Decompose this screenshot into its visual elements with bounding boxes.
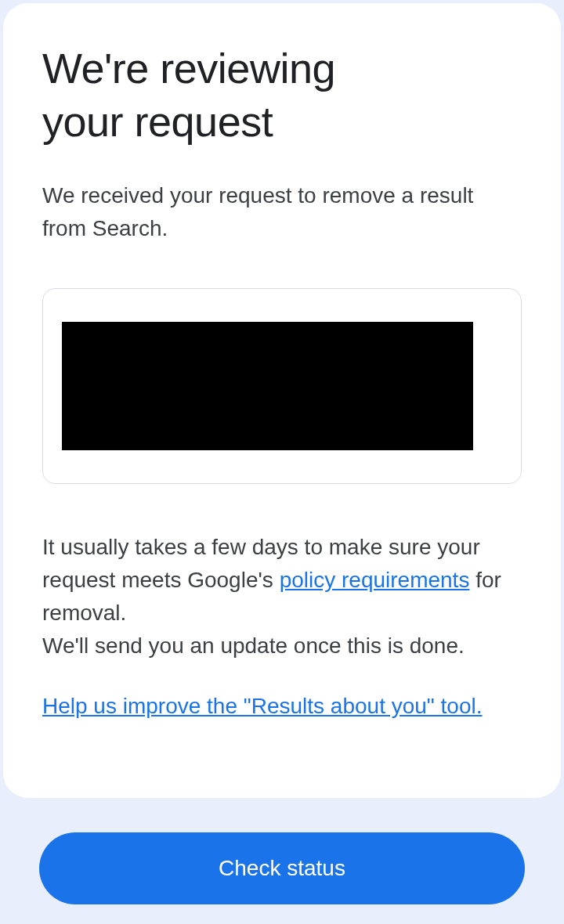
button-area: Check status [0,801,564,904]
status-card: We're reviewing your request We received… [3,3,561,798]
review-timeline-text: It usually takes a few days to make sure… [42,531,522,630]
page-title: We're reviewing your request [42,42,522,148]
policy-requirements-link[interactable]: policy requirements [280,568,470,592]
heading-line-1: We're reviewing [42,45,335,92]
check-status-button[interactable]: Check status [39,832,525,904]
update-notice-text: We'll send you an update once this is do… [42,630,522,662]
result-preview-box [42,288,522,484]
heading-line-2: your request [42,98,273,145]
redacted-content [62,322,473,450]
intro-text: We received your request to remove a res… [42,179,522,245]
feedback-link[interactable]: Help us improve the "Results about you" … [42,690,483,723]
